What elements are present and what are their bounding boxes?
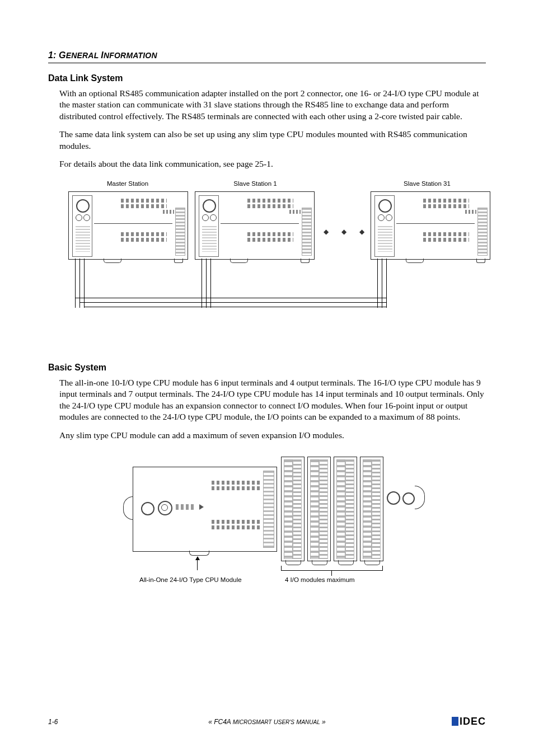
end-cap-icon	[415, 486, 425, 509]
chapter-number: 1:	[48, 50, 57, 60]
chapter-heading: 1: GENERAL INFORMATION	[48, 50, 486, 60]
callout-line	[197, 560, 198, 570]
basic-para1: The all-in-one 10-I/O type CPU module ha…	[59, 377, 486, 423]
page-footer: 1-6 « FC4A MICROSMART USER'S MANUAL » ID…	[48, 718, 486, 726]
datalink-diagram: Master Station Slave Station 1 Slave Sta…	[65, 180, 502, 331]
datalink-para3: For details about the data link communic…	[59, 158, 486, 170]
label-master: Master Station	[94, 180, 161, 187]
label-cpu24: All-in-One 24-I/O Type CPU Module	[139, 576, 268, 583]
cpu24-module	[133, 467, 277, 552]
label-slave1: Slave Station 1	[222, 180, 289, 187]
chapter-title-word1-initial: G	[59, 50, 66, 60]
end-knob-icon	[387, 491, 400, 505]
datalink-para1: With an optional RS485 communication ada…	[59, 88, 486, 122]
label-slave31: Slave Station 31	[391, 180, 463, 187]
expansion-module-1	[281, 457, 305, 561]
device-slave1	[195, 191, 315, 260]
chapter-title-word1: ENERAL	[66, 51, 99, 60]
label-expansion: 4 I/O modules maximum	[285, 576, 380, 583]
basic-diagram: All-in-One 24-I/O Type CPU Module 4 I/O …	[110, 451, 424, 591]
bracket-icon	[281, 566, 383, 571]
basic-para2: Any slim type CPU module can add a maxim…	[59, 430, 486, 441]
brand-logo: IDEC	[452, 716, 486, 727]
section-title-basic: Basic System	[48, 363, 486, 373]
chapter-title-word2: NFORMATION	[104, 51, 157, 60]
device-slave31	[371, 191, 490, 260]
device-master	[68, 191, 188, 260]
end-hole-icon	[402, 492, 415, 505]
callout-arrow-icon	[195, 556, 200, 560]
section-title-datalink: Data Link System	[48, 73, 486, 83]
expansion-module-2	[307, 457, 331, 561]
manual-title: « FC4A MICROSMART USER'S MANUAL »	[48, 718, 486, 726]
expansion-module-3	[334, 457, 357, 561]
datalink-para2: The same data link system can also be se…	[59, 129, 486, 152]
expansion-module-4	[360, 457, 383, 561]
heading-rule	[48, 63, 486, 63]
brand-block-icon	[452, 717, 458, 726]
